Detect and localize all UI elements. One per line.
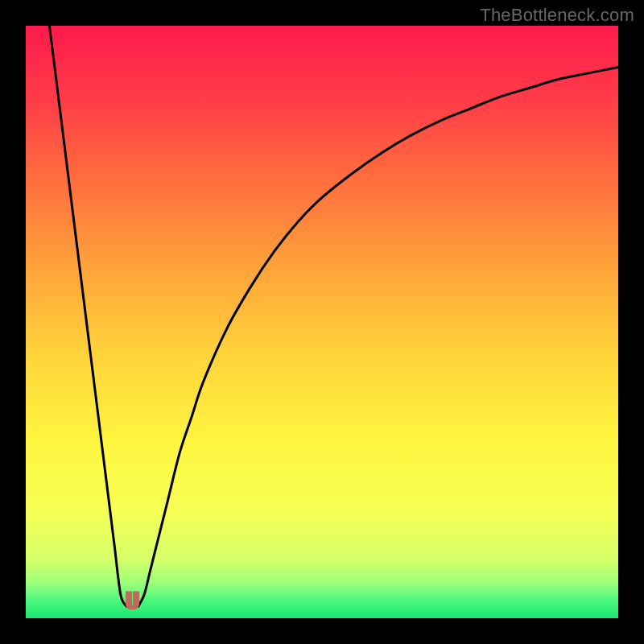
plot-area xyxy=(26,26,618,618)
chart-svg xyxy=(26,26,618,618)
chart-frame: TheBottleneck.com xyxy=(0,0,644,644)
watermark-text: TheBottleneck.com xyxy=(480,5,634,26)
gradient-background xyxy=(26,26,618,618)
